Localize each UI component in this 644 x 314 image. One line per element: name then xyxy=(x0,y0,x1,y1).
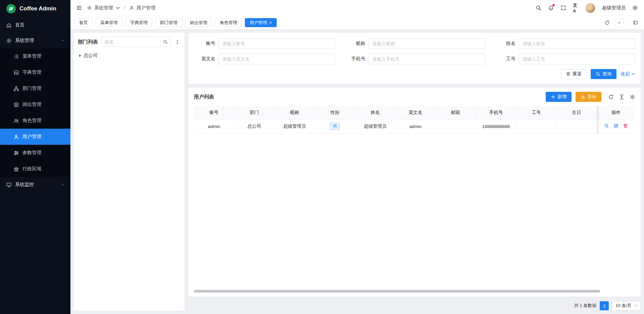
tree-node-head-office[interactable]: 总公司 xyxy=(78,51,180,60)
tab-user-mgmt[interactable]: 用户管理 × xyxy=(245,18,277,27)
breadcrumb-item[interactable]: 系统管理 xyxy=(94,5,113,11)
field-account: 账号 xyxy=(194,38,335,49)
page-button-1[interactable]: 1 xyxy=(600,301,609,310)
account-input[interactable] xyxy=(219,38,335,49)
parameter-icon xyxy=(13,150,19,156)
en-name-input[interactable] xyxy=(219,54,335,64)
cell-birthday xyxy=(556,119,597,133)
sidebar: Coffee Admin 首页 系统管理 菜单管理 xyxy=(0,0,70,314)
row-height-icon[interactable] xyxy=(619,94,625,100)
work-column: 账号 昵称 姓名 英文名 xyxy=(189,33,641,311)
work-id-input[interactable] xyxy=(519,54,635,64)
menu-fold-icon[interactable] xyxy=(76,5,82,11)
tab-close-icon[interactable]: × xyxy=(269,20,272,25)
chevron-up-icon xyxy=(631,72,635,76)
cell-actions xyxy=(597,119,635,133)
sidebar-item-system-monitor[interactable]: 系统监控 xyxy=(0,177,70,192)
app-root: Coffee Admin 首页 系统管理 菜单管理 xyxy=(0,0,644,314)
tab-label: 岗位管理 xyxy=(190,20,207,26)
cell-name: 超级管理员 xyxy=(355,119,395,133)
notification-bell-icon[interactable] xyxy=(548,5,554,11)
search-icon[interactable] xyxy=(536,5,541,11)
delete-icon[interactable] xyxy=(623,123,628,128)
sidebar-item-menu-mgmt[interactable]: 菜单管理 xyxy=(0,48,70,64)
edit-icon[interactable] xyxy=(613,123,619,128)
sidebar-item-region-mgmt[interactable]: 行政区域 xyxy=(0,161,70,177)
reload-icon[interactable] xyxy=(602,18,611,27)
main-area: 系统管理 / 用户管理 xyxy=(70,0,644,314)
user-table: 账号 部门 昵称 性别 姓名 英文名 邮箱 手机号 工号 生日 操作 xyxy=(194,106,635,134)
reset-button[interactable]: 重置 xyxy=(561,69,587,79)
topbar-actions: 文A 超级管理员 xyxy=(536,3,638,13)
sidebar-item-label: 角色管理 xyxy=(22,118,41,124)
col-header-en-name: 英文名 xyxy=(395,106,435,119)
search-form: 账号 昵称 姓名 英文名 xyxy=(194,38,635,64)
cell-en-name: admin xyxy=(395,119,435,133)
sidebar-item-param-mgmt[interactable]: 参数管理 xyxy=(0,145,70,161)
col-header-dept: 部门 xyxy=(234,106,274,119)
field-en-name: 英文名 xyxy=(194,54,335,64)
tab-dict-mgmt[interactable]: 字典管理 xyxy=(125,18,152,27)
cell-phone: 18888888888 xyxy=(476,119,516,133)
notification-dot xyxy=(552,4,555,6)
collapse-button-label: 收起 xyxy=(621,71,630,77)
col-header-birthday: 生日 xyxy=(556,106,597,119)
phone-input[interactable] xyxy=(369,54,485,64)
sidebar-item-user-mgmt[interactable]: 用户管理 xyxy=(0,129,70,145)
search-icon[interactable] xyxy=(160,37,170,47)
tab-post-mgmt[interactable]: 岗位管理 xyxy=(185,18,212,27)
cell-gender: 男 xyxy=(315,119,355,133)
col-header-actions: 操作 xyxy=(597,106,635,119)
fullscreen-icon[interactable] xyxy=(560,5,566,11)
gear-icon xyxy=(87,5,92,10)
refresh-icon[interactable] xyxy=(608,94,614,100)
tab-role-mgmt[interactable]: 角色管理 xyxy=(215,18,242,27)
col-header-nickname: 昵称 xyxy=(274,106,315,119)
collapse-button[interactable]: 收起 xyxy=(621,71,635,77)
monitor-icon xyxy=(6,182,12,188)
content-fullscreen-icon[interactable] xyxy=(631,18,640,27)
sidebar-item-label: 系统监控 xyxy=(15,182,34,188)
table-tool-icons xyxy=(608,94,635,100)
col-header-account: 账号 xyxy=(194,106,234,119)
sidebar-item-post-mgmt[interactable]: 岗位管理 xyxy=(0,97,70,113)
user-list-card: 用户列表 新增 xyxy=(189,88,641,297)
settings-gear-icon[interactable] xyxy=(632,5,638,11)
name-input[interactable] xyxy=(519,38,635,49)
tab-home[interactable]: 首页 xyxy=(74,18,93,27)
avatar[interactable] xyxy=(585,3,595,13)
horizontal-scrollbar[interactable] xyxy=(194,290,635,293)
sidebar-item-home[interactable]: 首页 xyxy=(0,17,70,33)
sidebar-item-label: 首页 xyxy=(15,22,24,28)
sidebar-item-dict-mgmt[interactable]: 字典管理 xyxy=(0,64,70,80)
tab-label: 角色管理 xyxy=(220,20,237,26)
table-row[interactable]: admin 总公司 超级管理员 男 超级管理员 admin 1888888888… xyxy=(194,119,635,133)
tab-menu-mgmt[interactable]: 菜单管理 xyxy=(96,18,122,27)
sidebar-item-dept-mgmt[interactable]: 部门管理 xyxy=(0,80,70,97)
sidebar-item-role-mgmt[interactable]: 角色管理 xyxy=(0,113,70,129)
add-button-label: 新增 xyxy=(557,94,567,100)
trash-icon xyxy=(566,72,571,76)
translate-icon[interactable]: 文A xyxy=(573,5,579,11)
sidebar-item-system-mgmt[interactable]: 系统管理 xyxy=(0,33,70,48)
scrollbar-thumb[interactable] xyxy=(194,290,600,293)
tab-options-dropdown[interactable] xyxy=(615,18,624,27)
per-page-select[interactable]: 10 条/页 xyxy=(612,301,641,310)
department-search-input[interactable] xyxy=(102,37,160,47)
query-button[interactable]: 查询 xyxy=(591,69,616,79)
column-settings-gear-icon[interactable] xyxy=(630,94,635,100)
tab-dept-mgmt[interactable]: 部门管理 xyxy=(155,18,182,27)
table-header-row: 账号 部门 昵称 性别 姓名 英文名 邮箱 手机号 工号 生日 操作 xyxy=(194,106,635,119)
sidebar-item-label: 系统管理 xyxy=(15,38,34,44)
more-options-icon[interactable] xyxy=(174,40,180,45)
caret-right-icon[interactable] xyxy=(79,54,81,57)
sidebar-item-label: 用户管理 xyxy=(22,134,41,140)
add-user-button[interactable]: 新增 xyxy=(546,92,572,102)
view-detail-icon[interactable] xyxy=(604,123,609,128)
table-toolbar: 新增 导出 xyxy=(546,92,635,102)
bank-icon xyxy=(13,166,19,172)
current-user-name[interactable]: 超级管理员 xyxy=(602,5,626,11)
nickname-input[interactable] xyxy=(369,38,485,49)
tabbar-controls xyxy=(602,18,640,27)
export-button[interactable]: 导出 xyxy=(576,92,601,102)
